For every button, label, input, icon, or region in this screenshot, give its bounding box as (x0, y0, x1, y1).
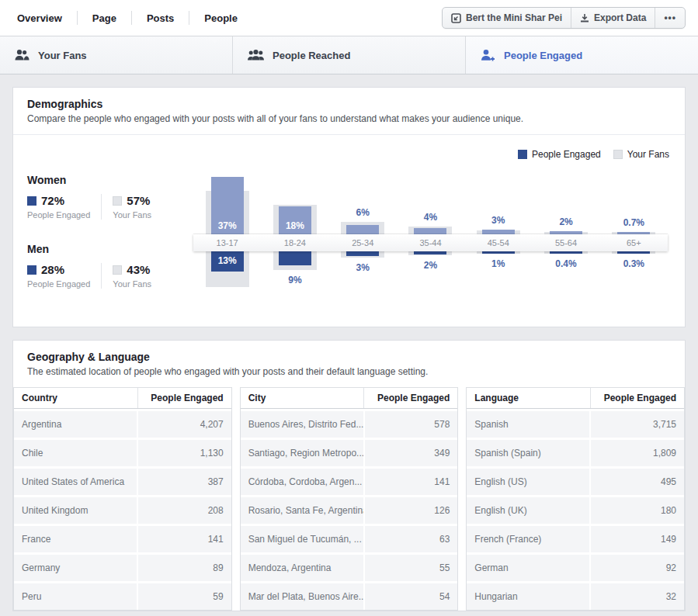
table-row: Mar del Plata, Buenos Aire...54 (241, 583, 458, 610)
table-row: Germany89 (14, 555, 231, 581)
geography-card: Geography & Language The estimated locat… (12, 340, 686, 611)
demographics-chart-region: People Engaged Your Fans Women 72% Peopl… (13, 134, 685, 327)
download-icon (580, 13, 589, 23)
row-name: Spanish (Spain) (467, 448, 589, 459)
men-engaged-stat: 28% People Engaged (27, 263, 90, 289)
row-value: 208 (137, 497, 231, 524)
row-value: 387 (137, 469, 231, 495)
row-name: German (467, 562, 589, 573)
bar-label-men: 3% (329, 262, 397, 273)
age-label: 13-17 (193, 234, 261, 251)
legend-your-fans[interactable]: Your Fans (613, 149, 669, 160)
bar-label-men: 13% (193, 255, 261, 266)
row-value: 1,809 (589, 440, 684, 466)
legend-engaged-label: People Engaged (532, 149, 601, 160)
demographics-card: Demographics Compare the people who enga… (12, 87, 686, 327)
row-value: 54 (363, 583, 458, 610)
bar-label-women: 3% (464, 215, 532, 226)
row-name: San Miguel de Tucumán, ... (241, 534, 363, 545)
bar-label-women: 37% (193, 220, 261, 231)
table-row: English (UK)180 (467, 497, 684, 524)
age-label: 55-64 (532, 234, 599, 251)
fans-swatch (113, 196, 122, 206)
bar-label-men: 1% (464, 258, 532, 269)
row-value: 32 (589, 583, 684, 610)
city-table-body: Buenos Aires, Distrito Fed...578Santiago… (241, 411, 458, 610)
women-fans-stat: 57% Your Fans (101, 194, 151, 220)
tab-overview[interactable]: Overview (12, 0, 77, 36)
row-name: United Kingdom (14, 505, 137, 516)
bar-men-engaged (279, 251, 311, 265)
table-row: Spanish (Spain)1,809 (467, 440, 684, 466)
bar-women-engaged (414, 228, 446, 234)
bar-label-women: 2% (532, 216, 599, 227)
page-icon (451, 13, 461, 23)
bar-label-women: 4% (397, 212, 464, 223)
table-row: Spanish3,715 (467, 411, 684, 438)
bar-men-engaged (482, 251, 515, 254)
person-plus-icon (480, 49, 496, 62)
gender-stats: Women 72% People Engaged 57% Your Fans M… (27, 174, 186, 312)
table-row: France141 (14, 526, 231, 552)
demographics-header: Demographics Compare the people who enga… (13, 88, 685, 134)
table-row: Mendoza, Argentina55 (241, 555, 458, 581)
bar-label-women: 6% (329, 207, 397, 218)
export-data-button[interactable]: Export Data (571, 8, 655, 28)
page-switcher-label: Bert the Mini Shar Pei (466, 12, 562, 23)
geography-header: Geography & Language The estimated locat… (13, 341, 685, 387)
age-label: 35-44 (397, 234, 464, 251)
subtab-your-fans-label: Your Fans (38, 50, 87, 61)
export-data-label: Export Data (594, 12, 646, 23)
subtab-people-reached[interactable]: People Reached (233, 36, 466, 74)
men-title: Men (27, 243, 186, 255)
row-name: Mendoza, Argentina (241, 562, 363, 573)
row-value: 55 (363, 555, 458, 581)
geo-tables: Country People Engaged Argentina4,207Chi… (13, 387, 685, 611)
bar-women-engaged (346, 225, 379, 234)
tab-page[interactable]: Page (78, 0, 131, 36)
column-header: City (241, 393, 364, 403)
table-row: San Miguel de Tucumán, ...63 (241, 526, 458, 552)
row-value: 495 (589, 469, 684, 495)
age-gender-chart: 37%13%18%9%6%3%4%2%3%1%2%0.4%0.7%0.3% 13… (193, 163, 668, 323)
subtab-people-engaged[interactable]: People Engaged (466, 36, 698, 74)
age-label: 45-54 (464, 234, 532, 251)
column-header: Language (467, 393, 590, 403)
language-table: Language People Engaged Spanish3,715Span… (466, 387, 685, 611)
insights-people-page: { "colors": { "engaged_dark": "#2f4d8f",… (0, 0, 698, 616)
row-name: Spanish (467, 419, 589, 430)
table-row: German92 (467, 555, 684, 581)
row-name: Mar del Plata, Buenos Aire... (241, 591, 363, 602)
bar-label-women: 0.7% (600, 217, 668, 228)
page-switcher-button[interactable]: Bert the Mini Shar Pei (443, 8, 571, 28)
bar-men-engaged (346, 251, 379, 256)
engaged-swatch (27, 196, 36, 206)
row-name: Santiago, Region Metropo... (241, 448, 363, 459)
three-people-icon (247, 49, 265, 61)
table-row: Santiago, Region Metropo...349 (241, 440, 458, 466)
legend-people-engaged[interactable]: People Engaged (518, 149, 601, 160)
subtab-your-fans[interactable]: Your Fans (0, 36, 233, 74)
country-table-body: Argentina4,207Chile1,130United States of… (14, 411, 231, 610)
table-row: English (US)495 (467, 469, 684, 495)
age-label: 25-34 (329, 234, 397, 251)
row-name: Germany (14, 562, 137, 573)
men-fans-stat: 43% Your Fans (101, 263, 151, 289)
language-table-header: Language People Engaged (467, 388, 684, 409)
tab-people[interactable]: People (189, 0, 252, 36)
row-name: English (UK) (467, 505, 589, 516)
women-stats-row: 72% People Engaged 57% Your Fans (27, 194, 186, 220)
tab-posts[interactable]: Posts (132, 0, 189, 36)
more-options-button[interactable]: ••• (655, 8, 685, 28)
column-header: People Engaged (137, 388, 231, 408)
table-row: United Kingdom208 (14, 497, 231, 524)
row-value: 59 (137, 583, 231, 610)
row-value: 3,715 (589, 411, 684, 438)
row-name: Córdoba, Cordoba, Argen... (241, 476, 363, 487)
row-value: 578 (363, 411, 458, 438)
table-row: Rosario, Santa Fe, Argentina126 (241, 497, 458, 524)
men-fans-label: Your Fans (113, 279, 151, 289)
women-title: Women (27, 174, 186, 186)
row-name: Rosario, Santa Fe, Argentina (241, 505, 363, 516)
fans-swatch (613, 150, 623, 159)
